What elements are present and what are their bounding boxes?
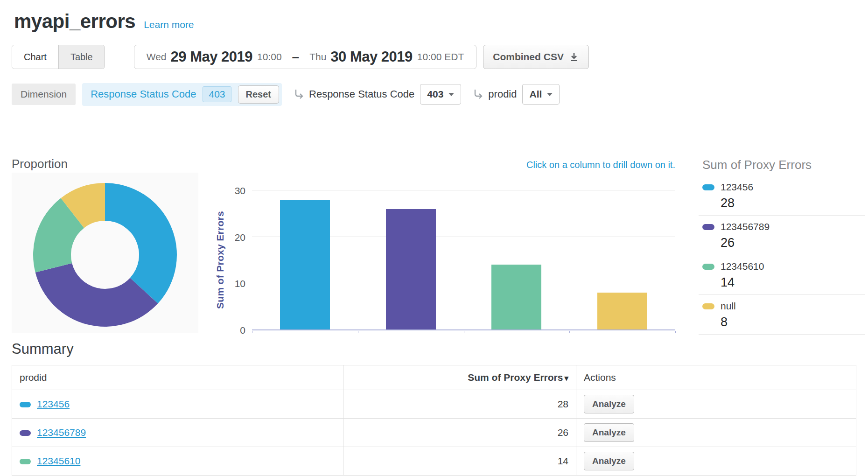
series-swatch [20,459,31,464]
page-title: myapi_errors [14,10,135,33]
legend-swatch [702,184,714,190]
analyze-button[interactable]: Analyze [584,452,634,470]
actions-cell: Analyze [576,419,856,447]
y-tick-label: 10 [223,278,245,289]
end-date: 30 May 2019 [330,49,412,65]
analyze-button[interactable]: Analyze [584,423,634,442]
summary-table-body: 12345628Analyze12345678926Analyze1234561… [12,390,856,476]
y-tick-label: 30 [223,185,245,196]
drilldown-label-status-code: Response Status Code [309,88,414,100]
active-filter-name: Response Status Code [91,88,196,100]
sort-descending-icon: ▾ [564,374,568,383]
column-header-label: Sum of Proxy Errors [468,372,563,383]
x-axis-tick [569,331,570,333]
prodid-link[interactable]: 123456789 [37,427,86,438]
legend-entries: 12345628123456789261234561014null8 [699,176,865,335]
drilldown-arrow-icon [472,88,484,100]
legend-entry-123456789[interactable]: 12345678926 [699,216,865,255]
prodid-dropdown-value: All [529,89,542,100]
legend-value: 28 [721,196,865,210]
chevron-down-icon [448,93,454,96]
column-header-actions: Actions [576,365,856,390]
legend-value: 14 [721,275,865,290]
summary-table: prodid Sum of Proxy Errors▾ Actions 1234… [12,365,856,476]
legend-entry-12345610[interactable]: 1234561014 [699,255,865,295]
drilldown-label-prodid: prodid [488,88,517,100]
y-tick-label: 0 [223,325,245,336]
prodid-cell: 123456 [12,390,343,419]
chevron-down-icon [547,93,553,96]
value-cell: 28 [343,390,576,419]
donut-chart-svg [12,173,198,333]
legend-label: 123456 [702,182,865,193]
date-range-separator: – [292,49,300,64]
chart-view-button[interactable]: Chart [12,45,58,69]
summary-header-row: prodid Sum of Proxy Errors▾ Actions [12,365,856,390]
legend-value: 8 [721,315,865,329]
x-axis-tick [252,331,252,333]
active-filter-pill: Response Status Code 403 Reset [82,83,282,106]
dimension-label: Dimension [12,84,76,105]
x-axis-tick [675,331,676,333]
y-axis-label: Sum of Proxy Errors [215,211,226,309]
legend-category: 123456 [721,182,753,193]
bar-123456789[interactable] [386,209,436,330]
download-icon [569,52,579,62]
bar-12345610[interactable] [491,265,541,330]
table-view-button[interactable]: Table [58,45,105,69]
proportion-donut-chart [12,173,198,333]
legend-category: 123456789 [721,221,770,232]
legend-category: 12345610 [721,261,764,272]
value-cell: 26 [343,419,576,447]
summary-section: Summary prodid Sum of Proxy Errors▾ Acti… [12,341,856,476]
legend-swatch [702,303,714,309]
proportion-label: Proportion [12,157,68,171]
learn-more-link[interactable]: Learn more [144,19,194,30]
legend-swatch [702,224,714,230]
status-code-dropdown[interactable]: 403 [420,84,461,105]
prodid-link[interactable]: 12345610 [37,455,80,466]
page-header: myapi_errors Learn more [0,0,868,33]
date-range-picker[interactable]: Wed 29 May 2019 10:00 – Thu 30 May 2019 … [134,45,477,69]
drilldown-hint-text: Click on a column to drill down on it. [252,160,675,170]
legend-label: null [702,301,865,312]
status-code-dropdown-value: 403 [427,89,443,100]
reset-filter-button[interactable]: Reset [238,85,279,104]
legend-label: 123456789 [702,221,865,232]
active-filter-value-chip: 403 [203,86,231,102]
column-header-prodid[interactable]: prodid [12,365,343,390]
y-tick-label: 20 [223,232,245,243]
summary-heading: Summary [12,341,856,357]
x-axis-line [252,329,675,330]
end-time: 10:00 EDT [417,51,464,63]
summary-row: 12345678926Analyze [12,419,856,447]
value-cell: 14 [343,447,576,476]
summary-row: 12345628Analyze [12,390,856,419]
start-day: Wed [147,51,167,63]
actions-cell: Analyze [576,447,856,476]
x-axis-tick [464,331,464,333]
legend-title: Sum of Proxy Errors [699,158,865,172]
bar-null[interactable] [597,293,647,330]
start-date: 29 May 2019 [171,49,252,65]
toolbar: Chart Table Wed 29 May 2019 10:00 – Thu … [12,45,868,69]
prodid-link[interactable]: 123456 [37,399,70,409]
chart-legend: Sum of Proxy Errors 12345628123456789261… [699,158,865,335]
start-time: 10:00 [257,51,282,63]
combined-csv-button[interactable]: Combined CSV [483,45,589,69]
analyze-button[interactable]: Analyze [584,395,634,413]
prodid-cell: 12345610 [12,447,343,476]
legend-entry-123456[interactable]: 12345628 [699,176,865,216]
donut-segment-123456[interactable] [105,183,177,303]
legend-value: 26 [721,236,865,250]
drilldown-arrow-icon [293,88,305,100]
legend-swatch [702,264,714,270]
legend-entry-null[interactable]: null8 [699,295,865,335]
prodid-dropdown[interactable]: All [522,84,560,105]
bar-123456[interactable] [280,200,330,330]
view-toggle: Chart Table [12,45,105,69]
column-header-sum-of-proxy-errors[interactable]: Sum of Proxy Errors▾ [343,365,576,390]
csv-button-label: Combined CSV [493,51,564,63]
filter-bar: Dimension Response Status Code 403 Reset… [12,83,868,105]
prodid-cell: 123456789 [12,419,343,447]
